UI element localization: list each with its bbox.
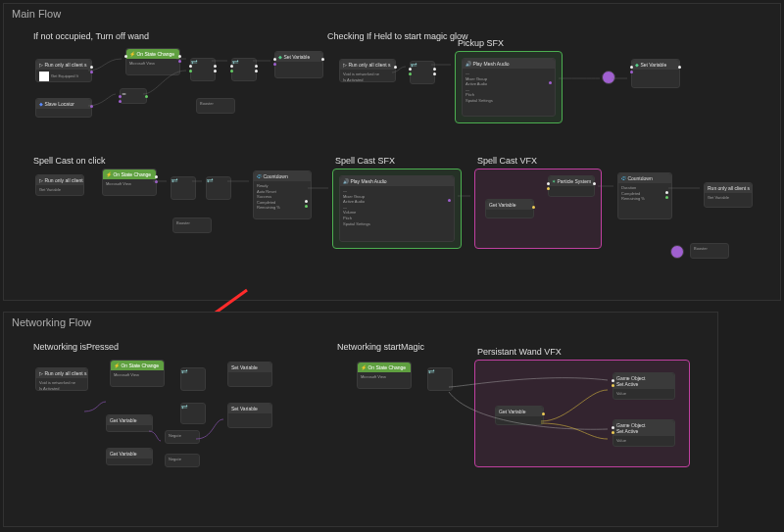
- comment-spell-vfx: Spell Cast VFX Get Variable ✶ Particle S…: [474, 169, 602, 249]
- node-net-start[interactable]: ▷ Run only all client s Void is networke…: [35, 367, 88, 391]
- node-set-variable-1[interactable]: ◆ Set Variable: [274, 51, 323, 78]
- node-equals-1[interactable]: ＝: [120, 88, 147, 104]
- node-negate-1[interactable]: Negate: [165, 430, 200, 444]
- exec-icon: ▷: [39, 62, 43, 68]
- exec-icon: ▷: [39, 370, 43, 376]
- node-get-variable-4[interactable]: Get Variable: [495, 406, 544, 425]
- node-purple-dot-2[interactable]: [670, 245, 684, 259]
- node-branch-5[interactable]: ⮂: [206, 176, 231, 200]
- node-branch-8[interactable]: ⮂: [427, 367, 453, 391]
- node-branch-3[interactable]: ⮂: [410, 61, 435, 84]
- section-networking-flow: Networking Flow Networking isPressed Net…: [3, 312, 718, 527]
- node-set-variable-4[interactable]: Set Variable: [227, 362, 272, 387]
- node-booster-1[interactable]: Booster: [196, 98, 235, 114]
- branch-icon: ⮂: [207, 177, 214, 184]
- node-set-variable-2[interactable]: ◆ Set Variable: [631, 59, 680, 88]
- node-purple-dot-1[interactable]: [602, 71, 615, 84]
- comment-pickup-sfx: Pickup SFX 🔊 Play Mesh Audio — Mixer Gro…: [455, 51, 563, 123]
- node-on-state-change-2[interactable]: ⚡ On State Change Microsoft View: [102, 169, 157, 196]
- node-on-state-change-3[interactable]: ⚡ On State Change Microsoft View: [110, 360, 165, 387]
- var-icon: ◆: [635, 62, 639, 68]
- node-set-variable-3[interactable]: Run only all client s Get Variable: [704, 182, 753, 208]
- node-play-audio-2[interactable]: 🔊 Play Mesh Audio — Mixer Group Active A…: [339, 175, 455, 242]
- section-title-main: Main Flow: [4, 4, 780, 24]
- clock-icon: ⏱: [621, 175, 626, 181]
- node-spell-start[interactable]: ▷ Run only all client s Get Variable: [35, 174, 84, 196]
- comment-label-cast-vfx: Spell Cast VFX: [477, 156, 537, 166]
- chip-icon: ◆: [39, 101, 43, 107]
- branch-icon: ⮂: [191, 59, 198, 66]
- comment-label-wand-vfx: Persistant Wand VFX: [477, 347, 562, 357]
- branch-icon: ⮂: [232, 59, 239, 66]
- node-countdown-2[interactable]: ⏱ Countdown Duration Completed Remaining…: [617, 172, 672, 219]
- bolt-icon: ⚡: [114, 363, 120, 368]
- node-branch-1[interactable]: ⮂: [190, 58, 216, 81]
- branch-icon: ⮂: [428, 368, 435, 375]
- node-branch-4[interactable]: ⮂: [171, 176, 196, 200]
- node-on-state-change-1[interactable]: ⚡ On State Change Microsoft View: [125, 48, 180, 75]
- exec-icon: ▷: [39, 177, 43, 183]
- node-booster-3[interactable]: Booster: [690, 243, 729, 259]
- node-get-variable-vfx[interactable]: Get Variable: [485, 199, 534, 218]
- node-branch-6[interactable]: ⮂: [180, 367, 206, 391]
- node-branch-7[interactable]: ⮂: [180, 403, 206, 424]
- bolt-icon: ⚡: [106, 171, 112, 177]
- node-set-variable-5[interactable]: Set Variable: [227, 403, 272, 428]
- branch-icon: ⮂: [181, 368, 188, 375]
- doc-icon: [39, 72, 49, 81]
- node-particle-system[interactable]: ✶ Particle System: [548, 175, 595, 197]
- audio-icon: 🔊: [343, 178, 349, 184]
- node-negate-2[interactable]: Negate: [165, 454, 200, 467]
- node-get-equipped[interactable]: ▷ Run only all client s Get Equipped It: [35, 59, 92, 82]
- node-void-networked[interactable]: ▷ Run only all client s Void is networke…: [339, 59, 396, 82]
- comment-label-pickup: Pickup SFX: [458, 38, 504, 48]
- group-title-g5: Networking startMagic: [337, 342, 424, 352]
- comment-wand-vfx: Persistant Wand VFX Get Variable Game Ob…: [474, 360, 690, 467]
- node-booster-2[interactable]: Booster: [172, 218, 212, 233]
- node-get-variable-3[interactable]: Get Variable: [106, 448, 153, 465]
- bolt-icon: ⚡: [361, 364, 367, 370]
- node-branch-2[interactable]: ⮂: [231, 58, 257, 81]
- node-on-state-change-4[interactable]: ⚡ On State Change Microsoft View: [357, 362, 412, 389]
- bolt-icon: ⚡: [129, 51, 135, 57]
- node-countdown-1[interactable]: ⏱ Countdown Ready Auto Reset Success Com…: [253, 170, 312, 219]
- group-title-g3: Spell Cast on click: [33, 156, 106, 166]
- branch-icon: ⮂: [181, 404, 188, 411]
- branch-icon: ⮂: [411, 62, 417, 69]
- group-title-g1: If not occupied, Turn off wand: [33, 31, 149, 41]
- exec-icon: ▷: [343, 62, 347, 68]
- branch-icon: ⮂: [172, 177, 178, 184]
- section-title-net: Networking Flow: [4, 313, 717, 332]
- comment-label-cast-sfx: Spell Cast SFX: [335, 156, 395, 166]
- group-title-g4: Networking isPressed: [33, 342, 119, 352]
- node-slave-locator[interactable]: ◆ Slave Locator: [35, 98, 92, 118]
- node-set-active-1[interactable]: Game ObjectSet Active Value: [612, 372, 675, 400]
- group-title-g2: Checking If Held to start magic glow: [327, 31, 468, 41]
- clock-icon: ⏱: [257, 173, 262, 179]
- node-set-active-2[interactable]: Game ObjectSet Active Value: [612, 419, 675, 447]
- section-main-flow: Main Flow If not occupied, Turn off wand…: [3, 3, 781, 301]
- audio-icon: 🔊: [466, 61, 471, 67]
- var-icon: ◆: [278, 54, 282, 60]
- sparkle-icon: ✶: [552, 178, 556, 184]
- comment-spell-sfx: Spell Cast SFX 🔊 Play Mesh Audio — Mixer…: [332, 169, 462, 249]
- node-play-audio-1[interactable]: 🔊 Play Mesh Audio — Mixer Group Active A…: [462, 58, 556, 117]
- node-get-variable-2[interactable]: Get Variable: [106, 414, 153, 432]
